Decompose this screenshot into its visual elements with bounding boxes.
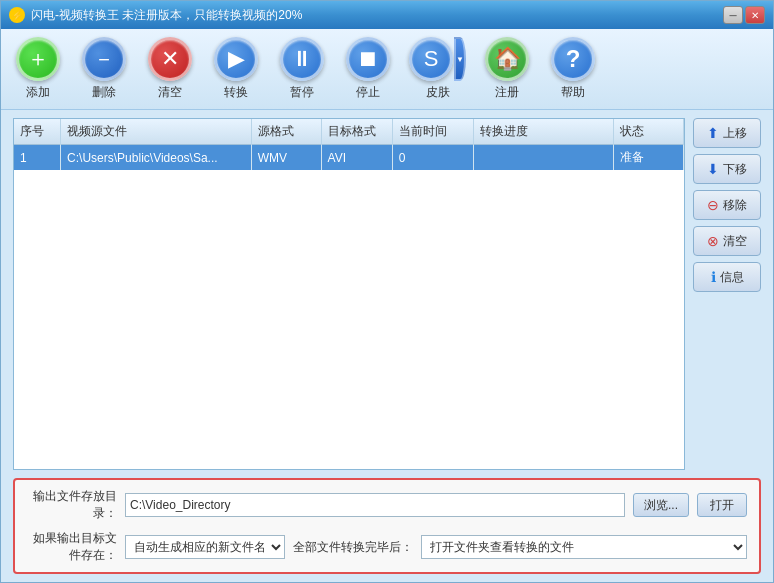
minimize-button[interactable]: ─: [723, 6, 743, 24]
cell-source-format: WMV: [251, 145, 321, 171]
add-button[interactable]: ＋ 添加: [13, 37, 63, 101]
help-button[interactable]: ? 帮助: [548, 37, 598, 101]
move-down-label: 下移: [723, 161, 747, 178]
pause-label: 暂停: [290, 84, 314, 101]
cell-num: 1: [14, 145, 61, 171]
title-bar: ⚡ 闪电-视频转换王 未注册版本，只能转换视频的20% ─ ✕: [1, 1, 773, 29]
output-dir-row: 输出文件存放目录： 浏览... 打开: [27, 488, 747, 522]
stop-button[interactable]: ⏹ 停止: [343, 37, 393, 101]
app-icon: ⚡: [9, 7, 25, 23]
col-target-format: 目标格式: [321, 119, 392, 145]
options-row: 如果输出目标文件存在： 自动生成相应的新文件名 覆盖已存在的文件 跳过该文件 全…: [27, 530, 747, 564]
after-label: 全部文件转换完毕后：: [293, 539, 413, 556]
pause-icon: ⏸: [280, 37, 324, 81]
stop-label: 停止: [356, 84, 380, 101]
main-window: ⚡ 闪电-视频转换王 未注册版本，只能转换视频的20% ─ ✕ ＋ 添加 － 删…: [0, 0, 774, 583]
move-up-button[interactable]: ⬆ 上移: [693, 118, 761, 148]
register-icon: 🏠: [485, 37, 529, 81]
skin-dropdown-arrow[interactable]: ▼: [454, 37, 466, 81]
toolbar: ＋ 添加 － 删除 ✕ 清空 ▶ 转换 ⏸ 暂停 ⏹ 停止 S ▼: [1, 29, 773, 110]
info-label: 信息: [720, 269, 744, 286]
move-up-label: 上移: [723, 125, 747, 142]
add-icon: ＋: [16, 37, 60, 81]
delete-label: 删除: [92, 84, 116, 101]
skin-icon: S: [409, 37, 453, 81]
add-label: 添加: [26, 84, 50, 101]
remove-label: 移除: [723, 197, 747, 214]
cell-current-time: 0: [392, 145, 474, 171]
info-button[interactable]: ℹ 信息: [693, 262, 761, 292]
col-status: 状态: [614, 119, 684, 145]
table-header-row: 序号 视频源文件 源格式 目标格式 当前时间 转换进度 状态: [14, 119, 684, 145]
register-button[interactable]: 🏠 注册: [482, 37, 532, 101]
col-current-time: 当前时间: [392, 119, 474, 145]
file-table: 序号 视频源文件 源格式 目标格式 当前时间 转换进度 状态 1 C:\User: [14, 119, 684, 170]
remove-icon: ⊖: [707, 197, 719, 213]
help-label: 帮助: [561, 84, 585, 101]
clear-all-label: 清空: [723, 233, 747, 250]
window-controls: ─ ✕: [723, 6, 765, 24]
after-select[interactable]: 打开文件夹查看转换的文件 关闭程序 不做任何操作: [421, 535, 747, 559]
stop-icon: ⏹: [346, 37, 390, 81]
conflict-label: 如果输出目标文件存在：: [27, 530, 117, 564]
skin-label: 皮肤: [426, 84, 450, 101]
conflict-select[interactable]: 自动生成相应的新文件名 覆盖已存在的文件 跳过该文件: [125, 535, 285, 559]
col-num: 序号: [14, 119, 61, 145]
info-icon: ℹ: [711, 269, 716, 285]
convert-button[interactable]: ▶ 转换: [211, 37, 261, 101]
col-progress: 转换进度: [474, 119, 614, 145]
convert-icon: ▶: [214, 37, 258, 81]
cell-status: 准备: [614, 145, 684, 171]
side-buttons: ⬆ 上移 ⬇ 下移 ⊖ 移除 ⊗ 清空 ℹ 信息: [693, 118, 761, 470]
output-dir-label: 输出文件存放目录：: [27, 488, 117, 522]
register-label: 注册: [495, 84, 519, 101]
col-source-format: 源格式: [251, 119, 321, 145]
clear-all-icon: ⊗: [707, 233, 719, 249]
cell-progress: [474, 145, 614, 171]
file-table-container: 序号 视频源文件 源格式 目标格式 当前时间 转换进度 状态 1 C:\User: [13, 118, 685, 470]
main-content: 序号 视频源文件 源格式 目标格式 当前时间 转换进度 状态 1 C:\User: [1, 110, 773, 582]
cell-target-format: AVI: [321, 145, 392, 171]
table-row[interactable]: 1 C:\Users\Public\Videos\Sa... WMV AVI 0…: [14, 145, 684, 171]
remove-button[interactable]: ⊖ 移除: [693, 190, 761, 220]
move-up-icon: ⬆: [707, 125, 719, 141]
clear-icon: ✕: [148, 37, 192, 81]
output-path-input[interactable]: [125, 493, 625, 517]
clear-label: 清空: [158, 84, 182, 101]
pause-button[interactable]: ⏸ 暂停: [277, 37, 327, 101]
close-button[interactable]: ✕: [745, 6, 765, 24]
delete-icon: －: [82, 37, 126, 81]
browse-button[interactable]: 浏览...: [633, 493, 689, 517]
bottom-section: 输出文件存放目录： 浏览... 打开 如果输出目标文件存在： 自动生成相应的新文…: [13, 478, 761, 574]
window-title: 闪电-视频转换王 未注册版本，只能转换视频的20%: [31, 7, 723, 24]
help-icon: ?: [551, 37, 595, 81]
convert-label: 转换: [224, 84, 248, 101]
delete-button[interactable]: － 删除: [79, 37, 129, 101]
clear-all-button[interactable]: ⊗ 清空: [693, 226, 761, 256]
cell-source-file: C:\Users\Public\Videos\Sa...: [61, 145, 252, 171]
col-source-file: 视频源文件: [61, 119, 252, 145]
open-button[interactable]: 打开: [697, 493, 747, 517]
table-section: 序号 视频源文件 源格式 目标格式 当前时间 转换进度 状态 1 C:\User: [13, 118, 761, 470]
clear-button[interactable]: ✕ 清空: [145, 37, 195, 101]
move-down-button[interactable]: ⬇ 下移: [693, 154, 761, 184]
move-down-icon: ⬇: [707, 161, 719, 177]
skin-button[interactable]: S ▼ 皮肤: [409, 37, 466, 101]
